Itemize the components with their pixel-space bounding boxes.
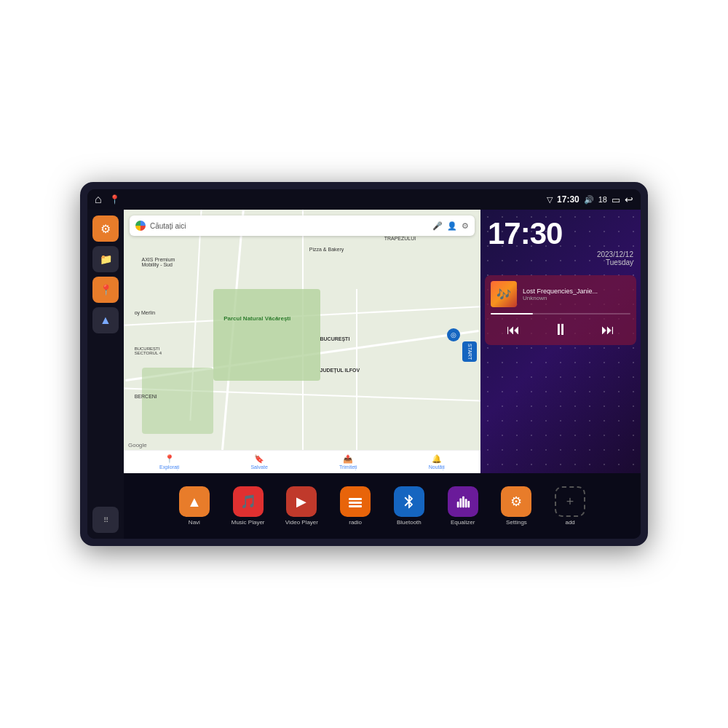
sidebar-files-btn[interactable]: 📁: [92, 246, 119, 272]
map-options-icon[interactable]: ⚙: [462, 221, 469, 231]
explore-label: Explorați: [159, 464, 179, 470]
folder-icon: 📁: [100, 253, 112, 265]
map-search-bar[interactable]: Căutați aici 🎤 👤 ⚙: [130, 215, 475, 236]
music-text: Lost Frequencies_Janie... Unknown: [523, 288, 630, 301]
clock-section: 17:30 2023/12/12 Tuesday: [480, 210, 641, 272]
map-label-parc: Parcul Natural Văcărești: [223, 315, 290, 322]
app-navi[interactable]: ▲ Navi: [167, 486, 221, 526]
app-radio[interactable]: radio: [328, 486, 382, 526]
car-display-device: ⌂ 📍 ▽ 17:30 🔊 18 ▭ ↩ ⚙ 📁: [80, 182, 648, 546]
radio-icon: [340, 486, 371, 517]
send-icon: 📤: [343, 454, 353, 464]
video-label: Video Player: [285, 519, 318, 526]
sidebar-settings-btn[interactable]: ⚙: [92, 215, 119, 242]
album-art: 🎶: [491, 281, 517, 307]
sidebar-apps-btn[interactable]: ⠿: [92, 507, 119, 533]
main-content: ⚙ 📁 📍 ▲ ⠿: [87, 210, 641, 539]
nav-dot[interactable]: ◎: [447, 328, 460, 341]
map-area[interactable]: AXIS PremiumMobility - Sud Pizza & Baker…: [124, 210, 480, 473]
music-progress-bar[interactable]: [491, 313, 630, 314]
volume-icon: 🔊: [584, 195, 594, 205]
gear-icon: ⚙: [100, 222, 111, 236]
map-saved[interactable]: 🔖 Salvate: [250, 454, 267, 470]
next-btn[interactable]: ⏭: [601, 323, 614, 338]
home-icon[interactable]: ⌂: [95, 193, 102, 206]
wifi-icon: ▽: [547, 195, 553, 205]
radio-label: radio: [349, 519, 362, 526]
music-artist: Unknown: [523, 295, 630, 301]
map-label-pizza: Pizza & Bakery: [309, 247, 344, 252]
saved-label: Salvate: [250, 464, 267, 470]
svg-rect-6: [464, 499, 467, 507]
navi-icon: ▲: [179, 486, 210, 517]
map-explore[interactable]: 📍 Explorați: [159, 454, 179, 470]
map-pin-icon[interactable]: 📍: [109, 194, 120, 205]
send-label: Trimiteți: [339, 464, 357, 470]
sidebar-nav-btn[interactable]: ▲: [92, 307, 119, 333]
map-send[interactable]: 📤 Trimiteți: [339, 454, 357, 470]
sidebar-map-btn[interactable]: 📍: [92, 277, 119, 303]
prev-btn[interactable]: ⏮: [507, 323, 520, 338]
map-news[interactable]: 🔔 Noutăți: [429, 454, 445, 470]
bluetooth-label: Bluetooth: [397, 519, 422, 526]
bluetooth-icon: [394, 486, 424, 517]
google-logo: [135, 221, 146, 231]
app-add[interactable]: + add: [543, 486, 597, 526]
back-icon[interactable]: ↩: [625, 194, 633, 205]
saved-icon: 🔖: [254, 454, 264, 464]
sidebar: ⚙ 📁 📍 ▲ ⠿: [87, 210, 124, 539]
battery-icon: ▭: [612, 194, 620, 205]
app-equalizer[interactable]: Equalizer: [436, 486, 490, 526]
music-controls: ⏮ ⏸ ⏭: [491, 320, 630, 339]
google-watermark: Google: [128, 442, 147, 448]
right-panel: 17:30 2023/12/12 Tuesday 🎶 Lost Frequenc…: [480, 210, 641, 473]
video-icon: ▶: [286, 486, 317, 517]
svg-rect-2: [349, 505, 362, 507]
navi-label: Navi: [189, 519, 200, 526]
map-label-sector4: BUCUREȘTISECTORUL 4: [135, 347, 162, 355]
nav-arrow-icon: ▲: [100, 314, 111, 327]
music-section: 🎶 Lost Frequencies_Janie... Unknown: [485, 275, 636, 345]
equalizer-label: Equalizer: [451, 519, 475, 526]
app-video[interactable]: ▶ Video Player: [275, 486, 329, 526]
svg-rect-0: [349, 498, 362, 500]
play-pause-btn[interactable]: ⏸: [553, 320, 569, 339]
map-icon: 📍: [100, 284, 112, 296]
app-music[interactable]: 🎵 Music Player: [221, 486, 275, 526]
news-label: Noutăți: [429, 464, 445, 470]
app-bluetooth[interactable]: Bluetooth: [382, 486, 436, 526]
start-btn[interactable]: START: [462, 341, 477, 362]
map-bottom-bar: 📍 Explorați 🔖 Salvate 📤 Trimiteți: [124, 450, 480, 473]
equalizer-icon: [448, 486, 478, 517]
grid-icon: ⠿: [103, 516, 108, 524]
svg-rect-5: [462, 496, 464, 508]
battery-level: 18: [598, 195, 607, 204]
app-grid-section: ▲ Navi 🎵 Music Player ▶ Vi: [124, 473, 641, 539]
progress-fill: [491, 313, 533, 314]
search-text: Căutați aici: [150, 222, 428, 230]
mic-icon[interactable]: 🎤: [432, 221, 443, 231]
explore-icon: 📍: [165, 454, 175, 464]
map-label-trap: TRAPEZULUI: [384, 236, 416, 241]
svg-rect-3: [456, 502, 459, 507]
clock-time: 17:30: [488, 218, 633, 249]
account-icon[interactable]: 👤: [447, 221, 457, 231]
status-bar: ⌂ 📍 ▽ 17:30 🔊 18 ▭ ↩: [87, 189, 641, 210]
status-right: ▽ 17:30 🔊 18 ▭ ↩: [547, 194, 633, 205]
map-label-berceni: BERCENI: [135, 394, 157, 399]
music-title: Lost Frequencies_Janie...: [523, 288, 630, 295]
svg-rect-1: [349, 502, 362, 504]
add-label: add: [565, 519, 574, 526]
map-label-axis: AXIS PremiumMobility - Sud: [142, 257, 175, 267]
map-label-ilfov: JUDEȚUL ILFOV: [320, 368, 360, 373]
map-label-merlin: oy Merlin: [135, 310, 155, 315]
device-screen: ⌂ 📍 ▽ 17:30 🔊 18 ▭ ↩ ⚙ 📁: [87, 189, 641, 539]
svg-rect-7: [467, 501, 470, 507]
music-info: 🎶 Lost Frequencies_Janie... Unknown: [491, 281, 630, 307]
app-settings[interactable]: ⚙ Settings: [490, 486, 544, 526]
svg-rect-4: [459, 498, 462, 507]
status-left: ⌂ 📍: [95, 193, 120, 206]
map-background: AXIS PremiumMobility - Sud Pizza & Baker…: [124, 210, 480, 473]
news-icon: 🔔: [432, 454, 442, 464]
status-time: 17:30: [557, 194, 579, 205]
